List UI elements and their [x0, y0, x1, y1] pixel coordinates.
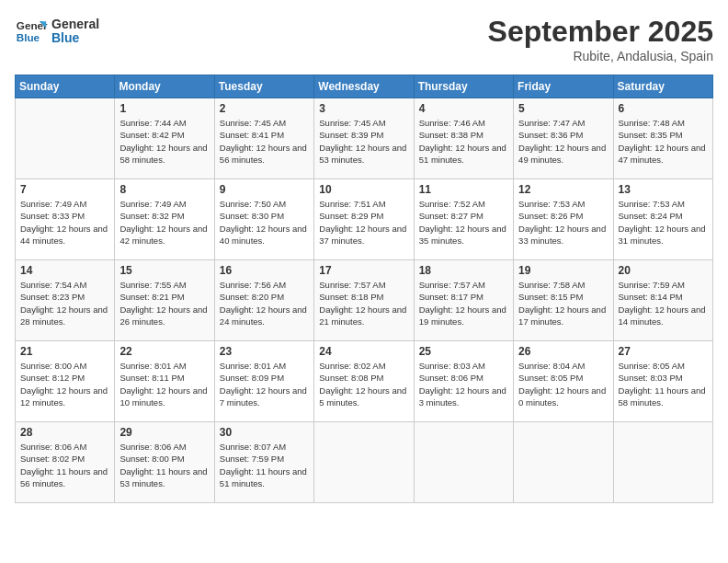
- calendar-cell: 16Sunrise: 7:56 AMSunset: 8:20 PMDayligh…: [214, 260, 313, 341]
- day-number: 11: [419, 183, 508, 196]
- calendar-cell: 26Sunrise: 8:04 AMSunset: 8:05 PMDayligh…: [514, 341, 613, 422]
- day-info: Sunrise: 7:53 AMSunset: 8:26 PMDaylight:…: [518, 198, 608, 247]
- calendar-cell: 29Sunrise: 8:06 AMSunset: 8:00 PMDayligh…: [115, 422, 214, 503]
- calendar-week-row: 21Sunrise: 8:00 AMSunset: 8:12 PMDayligh…: [16, 341, 713, 422]
- svg-text:Blue: Blue: [17, 31, 40, 43]
- calendar-cell: [613, 422, 712, 503]
- day-info: Sunrise: 7:58 AMSunset: 8:15 PMDaylight:…: [518, 279, 608, 327]
- day-number: 3: [319, 102, 408, 115]
- calendar-cell: 9Sunrise: 7:50 AMSunset: 8:30 PMDaylight…: [214, 179, 313, 260]
- calendar-cell: 24Sunrise: 8:02 AMSunset: 8:08 PMDayligh…: [314, 341, 414, 422]
- calendar-cell: 8Sunrise: 7:49 AMSunset: 8:32 PMDaylight…: [115, 179, 214, 260]
- calendar-cell: [514, 422, 613, 503]
- day-info: Sunrise: 8:05 AMSunset: 8:03 PMDaylight:…: [619, 360, 708, 408]
- page-header: General Blue General Blue September 2025…: [15, 15, 713, 63]
- calendar-cell: 10Sunrise: 7:51 AMSunset: 8:29 PMDayligh…: [314, 179, 414, 260]
- day-info: Sunrise: 8:01 AMSunset: 8:11 PMDaylight:…: [119, 360, 209, 408]
- calendar-cell: [16, 98, 115, 179]
- day-number: 14: [20, 264, 109, 277]
- day-info: Sunrise: 7:57 AMSunset: 8:18 PMDaylight:…: [319, 279, 408, 327]
- day-info: Sunrise: 8:00 AMSunset: 8:12 PMDaylight:…: [20, 360, 109, 408]
- weekday-header: Saturday: [613, 75, 712, 98]
- day-number: 7: [20, 183, 109, 196]
- calendar-cell: 11Sunrise: 7:52 AMSunset: 8:27 PMDayligh…: [414, 179, 513, 260]
- calendar-cell: 5Sunrise: 7:47 AMSunset: 8:36 PMDaylight…: [514, 98, 613, 179]
- calendar-cell: 23Sunrise: 8:01 AMSunset: 8:09 PMDayligh…: [214, 341, 313, 422]
- day-info: Sunrise: 7:44 AMSunset: 8:42 PMDaylight:…: [119, 117, 209, 166]
- calendar-cell: 14Sunrise: 7:54 AMSunset: 8:23 PMDayligh…: [16, 260, 115, 341]
- day-number: 4: [419, 102, 508, 115]
- month-title: September 2025: [488, 15, 713, 49]
- logo: General Blue General Blue: [15, 15, 99, 48]
- svg-text:General: General: [17, 19, 48, 31]
- weekday-header: Sunday: [16, 75, 115, 98]
- day-number: 15: [119, 264, 209, 277]
- day-number: 12: [518, 183, 608, 196]
- day-info: Sunrise: 7:45 AMSunset: 8:39 PMDaylight:…: [319, 117, 408, 166]
- day-info: Sunrise: 7:54 AMSunset: 8:23 PMDaylight:…: [20, 279, 109, 327]
- day-number: 22: [119, 345, 209, 358]
- calendar-cell: [414, 422, 513, 503]
- day-number: 25: [419, 345, 508, 358]
- logo-general: General: [51, 17, 99, 31]
- weekday-header: Tuesday: [214, 75, 313, 98]
- day-info: Sunrise: 8:07 AMSunset: 7:59 PMDaylight:…: [220, 441, 309, 489]
- day-info: Sunrise: 8:06 AMSunset: 8:02 PMDaylight:…: [20, 441, 109, 489]
- day-info: Sunrise: 7:59 AMSunset: 8:14 PMDaylight:…: [619, 279, 708, 327]
- day-info: Sunrise: 8:04 AMSunset: 8:05 PMDaylight:…: [518, 360, 608, 408]
- day-number: 28: [20, 426, 109, 439]
- calendar-cell: 18Sunrise: 7:57 AMSunset: 8:17 PMDayligh…: [414, 260, 513, 341]
- calendar-cell: 15Sunrise: 7:55 AMSunset: 8:21 PMDayligh…: [115, 260, 214, 341]
- calendar-cell: 7Sunrise: 7:49 AMSunset: 8:33 PMDaylight…: [16, 179, 115, 260]
- calendar-week-row: 14Sunrise: 7:54 AMSunset: 8:23 PMDayligh…: [16, 260, 713, 341]
- day-info: Sunrise: 7:56 AMSunset: 8:20 PMDaylight:…: [220, 279, 309, 327]
- calendar-cell: 22Sunrise: 8:01 AMSunset: 8:11 PMDayligh…: [115, 341, 214, 422]
- day-info: Sunrise: 7:45 AMSunset: 8:41 PMDaylight:…: [220, 117, 309, 166]
- calendar-week-row: 1Sunrise: 7:44 AMSunset: 8:42 PMDaylight…: [16, 98, 713, 179]
- day-info: Sunrise: 8:02 AMSunset: 8:08 PMDaylight:…: [319, 360, 408, 408]
- day-number: 10: [319, 183, 408, 196]
- calendar-cell: 13Sunrise: 7:53 AMSunset: 8:24 PMDayligh…: [613, 179, 712, 260]
- logo-icon: General Blue: [15, 15, 48, 48]
- day-info: Sunrise: 8:01 AMSunset: 8:09 PMDaylight:…: [220, 360, 309, 408]
- calendar-cell: 25Sunrise: 8:03 AMSunset: 8:06 PMDayligh…: [414, 341, 513, 422]
- calendar-cell: 28Sunrise: 8:06 AMSunset: 8:02 PMDayligh…: [16, 422, 115, 503]
- calendar-cell: 17Sunrise: 7:57 AMSunset: 8:18 PMDayligh…: [314, 260, 414, 341]
- day-info: Sunrise: 8:06 AMSunset: 8:00 PMDaylight:…: [119, 441, 209, 489]
- day-info: Sunrise: 7:48 AMSunset: 8:35 PMDaylight:…: [619, 117, 708, 166]
- calendar-cell: 1Sunrise: 7:44 AMSunset: 8:42 PMDaylight…: [115, 98, 214, 179]
- weekday-header: Monday: [115, 75, 214, 98]
- calendar-week-row: 7Sunrise: 7:49 AMSunset: 8:33 PMDaylight…: [16, 179, 713, 260]
- day-info: Sunrise: 7:52 AMSunset: 8:27 PMDaylight:…: [419, 198, 508, 247]
- day-number: 16: [220, 264, 309, 277]
- weekday-header: Thursday: [414, 75, 513, 98]
- calendar-cell: 30Sunrise: 8:07 AMSunset: 7:59 PMDayligh…: [214, 422, 313, 503]
- day-number: 20: [619, 264, 708, 277]
- day-info: Sunrise: 7:53 AMSunset: 8:24 PMDaylight:…: [619, 198, 708, 247]
- day-number: 27: [619, 345, 708, 358]
- calendar-table: SundayMondayTuesdayWednesdayThursdayFrid…: [15, 75, 713, 503]
- day-number: 19: [518, 264, 608, 277]
- day-number: 29: [119, 426, 209, 439]
- calendar-cell: 21Sunrise: 8:00 AMSunset: 8:12 PMDayligh…: [16, 341, 115, 422]
- day-number: 1: [119, 102, 209, 115]
- calendar-cell: 6Sunrise: 7:48 AMSunset: 8:35 PMDaylight…: [613, 98, 712, 179]
- calendar-header: SundayMondayTuesdayWednesdayThursdayFrid…: [16, 75, 713, 98]
- day-info: Sunrise: 7:49 AMSunset: 8:32 PMDaylight:…: [119, 198, 209, 247]
- calendar-cell: 19Sunrise: 7:58 AMSunset: 8:15 PMDayligh…: [514, 260, 613, 341]
- calendar-cell: 20Sunrise: 7:59 AMSunset: 8:14 PMDayligh…: [613, 260, 712, 341]
- day-number: 23: [220, 345, 309, 358]
- calendar-week-row: 28Sunrise: 8:06 AMSunset: 8:02 PMDayligh…: [16, 422, 713, 503]
- title-block: September 2025 Rubite, Andalusia, Spain: [488, 15, 713, 63]
- day-number: 5: [518, 102, 608, 115]
- day-info: Sunrise: 7:51 AMSunset: 8:29 PMDaylight:…: [319, 198, 408, 247]
- day-info: Sunrise: 7:55 AMSunset: 8:21 PMDaylight:…: [119, 279, 209, 327]
- day-number: 26: [518, 345, 608, 358]
- calendar-cell: 27Sunrise: 8:05 AMSunset: 8:03 PMDayligh…: [613, 341, 712, 422]
- calendar-cell: 12Sunrise: 7:53 AMSunset: 8:26 PMDayligh…: [514, 179, 613, 260]
- calendar-cell: 3Sunrise: 7:45 AMSunset: 8:39 PMDaylight…: [314, 98, 414, 179]
- day-info: Sunrise: 7:46 AMSunset: 8:38 PMDaylight:…: [419, 117, 508, 166]
- day-number: 13: [619, 183, 708, 196]
- day-number: 30: [220, 426, 309, 439]
- day-number: 24: [319, 345, 408, 358]
